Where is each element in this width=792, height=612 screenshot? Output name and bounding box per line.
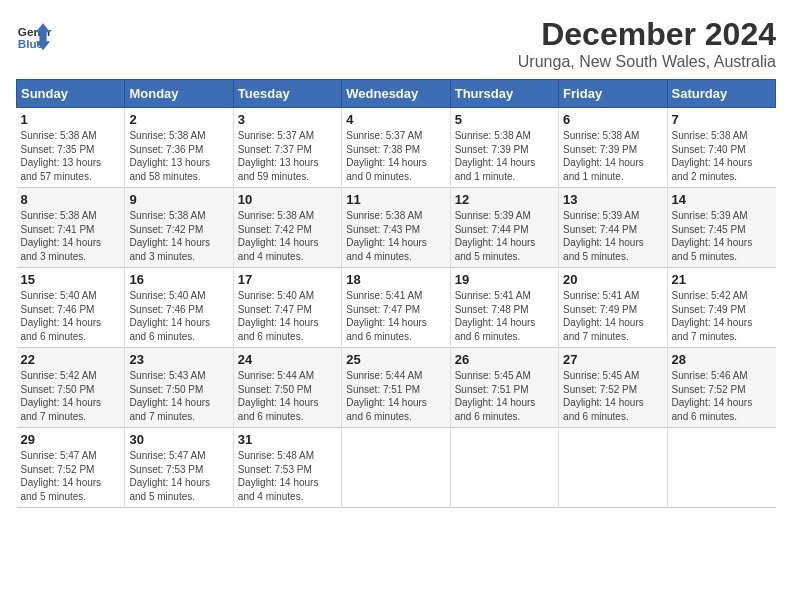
calendar-cell: 11Sunrise: 5:38 AM Sunset: 7:43 PM Dayli… <box>342 188 450 268</box>
calendar-cell: 12Sunrise: 5:39 AM Sunset: 7:44 PM Dayli… <box>450 188 558 268</box>
calendar-cell: 9Sunrise: 5:38 AM Sunset: 7:42 PM Daylig… <box>125 188 233 268</box>
calendar-cell: 16Sunrise: 5:40 AM Sunset: 7:46 PM Dayli… <box>125 268 233 348</box>
day-number: 19 <box>455 272 554 287</box>
calendar-cell: 13Sunrise: 5:39 AM Sunset: 7:44 PM Dayli… <box>559 188 667 268</box>
day-number: 1 <box>21 112 121 127</box>
day-number: 20 <box>563 272 662 287</box>
calendar-cell: 30Sunrise: 5:47 AM Sunset: 7:53 PM Dayli… <box>125 428 233 508</box>
calendar-cell: 3Sunrise: 5:37 AM Sunset: 7:37 PM Daylig… <box>233 108 341 188</box>
calendar-cell <box>342 428 450 508</box>
calendar-cell: 6Sunrise: 5:38 AM Sunset: 7:39 PM Daylig… <box>559 108 667 188</box>
calendar-cell: 2Sunrise: 5:38 AM Sunset: 7:36 PM Daylig… <box>125 108 233 188</box>
day-info: Sunrise: 5:42 AM Sunset: 7:49 PM Dayligh… <box>672 289 772 343</box>
week-row-5: 29Sunrise: 5:47 AM Sunset: 7:52 PM Dayli… <box>17 428 776 508</box>
calendar-cell: 8Sunrise: 5:38 AM Sunset: 7:41 PM Daylig… <box>17 188 125 268</box>
day-info: Sunrise: 5:41 AM Sunset: 7:48 PM Dayligh… <box>455 289 554 343</box>
day-info: Sunrise: 5:38 AM Sunset: 7:42 PM Dayligh… <box>129 209 228 263</box>
day-header-monday: Monday <box>125 80 233 108</box>
day-info: Sunrise: 5:44 AM Sunset: 7:50 PM Dayligh… <box>238 369 337 423</box>
day-number: 13 <box>563 192 662 207</box>
calendar-cell: 7Sunrise: 5:38 AM Sunset: 7:40 PM Daylig… <box>667 108 775 188</box>
day-number: 24 <box>238 352 337 367</box>
calendar-cell: 22Sunrise: 5:42 AM Sunset: 7:50 PM Dayli… <box>17 348 125 428</box>
day-info: Sunrise: 5:38 AM Sunset: 7:41 PM Dayligh… <box>21 209 121 263</box>
day-number: 31 <box>238 432 337 447</box>
day-info: Sunrise: 5:38 AM Sunset: 7:40 PM Dayligh… <box>672 129 772 183</box>
calendar-cell: 20Sunrise: 5:41 AM Sunset: 7:49 PM Dayli… <box>559 268 667 348</box>
day-info: Sunrise: 5:47 AM Sunset: 7:52 PM Dayligh… <box>21 449 121 503</box>
calendar-cell: 4Sunrise: 5:37 AM Sunset: 7:38 PM Daylig… <box>342 108 450 188</box>
day-info: Sunrise: 5:40 AM Sunset: 7:47 PM Dayligh… <box>238 289 337 343</box>
day-info: Sunrise: 5:39 AM Sunset: 7:44 PM Dayligh… <box>563 209 662 263</box>
day-info: Sunrise: 5:38 AM Sunset: 7:35 PM Dayligh… <box>21 129 121 183</box>
calendar-cell: 24Sunrise: 5:44 AM Sunset: 7:50 PM Dayli… <box>233 348 341 428</box>
calendar-cell: 31Sunrise: 5:48 AM Sunset: 7:53 PM Dayli… <box>233 428 341 508</box>
week-row-1: 1Sunrise: 5:38 AM Sunset: 7:35 PM Daylig… <box>17 108 776 188</box>
day-number: 26 <box>455 352 554 367</box>
week-row-4: 22Sunrise: 5:42 AM Sunset: 7:50 PM Dayli… <box>17 348 776 428</box>
day-number: 4 <box>346 112 445 127</box>
day-number: 9 <box>129 192 228 207</box>
day-number: 27 <box>563 352 662 367</box>
day-number: 6 <box>563 112 662 127</box>
day-info: Sunrise: 5:43 AM Sunset: 7:50 PM Dayligh… <box>129 369 228 423</box>
calendar-cell: 23Sunrise: 5:43 AM Sunset: 7:50 PM Dayli… <box>125 348 233 428</box>
day-info: Sunrise: 5:40 AM Sunset: 7:46 PM Dayligh… <box>129 289 228 343</box>
day-number: 10 <box>238 192 337 207</box>
location-title: Urunga, New South Wales, Australia <box>518 53 776 71</box>
calendar-cell: 26Sunrise: 5:45 AM Sunset: 7:51 PM Dayli… <box>450 348 558 428</box>
day-header-saturday: Saturday <box>667 80 775 108</box>
calendar-cell: 17Sunrise: 5:40 AM Sunset: 7:47 PM Dayli… <box>233 268 341 348</box>
day-info: Sunrise: 5:37 AM Sunset: 7:38 PM Dayligh… <box>346 129 445 183</box>
day-header-sunday: Sunday <box>17 80 125 108</box>
day-number: 14 <box>672 192 772 207</box>
calendar-cell: 21Sunrise: 5:42 AM Sunset: 7:49 PM Dayli… <box>667 268 775 348</box>
day-number: 23 <box>129 352 228 367</box>
day-number: 12 <box>455 192 554 207</box>
day-number: 18 <box>346 272 445 287</box>
day-number: 16 <box>129 272 228 287</box>
calendar-cell <box>667 428 775 508</box>
logo: General Blue <box>16 16 52 52</box>
day-number: 17 <box>238 272 337 287</box>
calendar-cell: 19Sunrise: 5:41 AM Sunset: 7:48 PM Dayli… <box>450 268 558 348</box>
day-info: Sunrise: 5:38 AM Sunset: 7:42 PM Dayligh… <box>238 209 337 263</box>
day-info: Sunrise: 5:39 AM Sunset: 7:45 PM Dayligh… <box>672 209 772 263</box>
month-title: December 2024 <box>518 16 776 53</box>
calendar-cell: 5Sunrise: 5:38 AM Sunset: 7:39 PM Daylig… <box>450 108 558 188</box>
logo-icon: General Blue <box>16 16 52 52</box>
calendar-cell <box>559 428 667 508</box>
calendar-cell <box>450 428 558 508</box>
day-number: 30 <box>129 432 228 447</box>
week-row-3: 15Sunrise: 5:40 AM Sunset: 7:46 PM Dayli… <box>17 268 776 348</box>
calendar-table: SundayMondayTuesdayWednesdayThursdayFrid… <box>16 79 776 508</box>
day-info: Sunrise: 5:47 AM Sunset: 7:53 PM Dayligh… <box>129 449 228 503</box>
day-number: 28 <box>672 352 772 367</box>
title-area: December 2024 Urunga, New South Wales, A… <box>518 16 776 71</box>
day-number: 22 <box>21 352 121 367</box>
day-number: 2 <box>129 112 228 127</box>
day-header-friday: Friday <box>559 80 667 108</box>
header: General Blue December 2024 Urunga, New S… <box>16 16 776 71</box>
calendar-cell: 15Sunrise: 5:40 AM Sunset: 7:46 PM Dayli… <box>17 268 125 348</box>
day-info: Sunrise: 5:41 AM Sunset: 7:49 PM Dayligh… <box>563 289 662 343</box>
day-info: Sunrise: 5:38 AM Sunset: 7:36 PM Dayligh… <box>129 129 228 183</box>
calendar-cell: 18Sunrise: 5:41 AM Sunset: 7:47 PM Dayli… <box>342 268 450 348</box>
day-header-tuesday: Tuesday <box>233 80 341 108</box>
week-row-2: 8Sunrise: 5:38 AM Sunset: 7:41 PM Daylig… <box>17 188 776 268</box>
day-info: Sunrise: 5:38 AM Sunset: 7:39 PM Dayligh… <box>563 129 662 183</box>
calendar-cell: 29Sunrise: 5:47 AM Sunset: 7:52 PM Dayli… <box>17 428 125 508</box>
day-info: Sunrise: 5:44 AM Sunset: 7:51 PM Dayligh… <box>346 369 445 423</box>
day-info: Sunrise: 5:40 AM Sunset: 7:46 PM Dayligh… <box>21 289 121 343</box>
day-info: Sunrise: 5:38 AM Sunset: 7:39 PM Dayligh… <box>455 129 554 183</box>
calendar-cell: 10Sunrise: 5:38 AM Sunset: 7:42 PM Dayli… <box>233 188 341 268</box>
day-info: Sunrise: 5:41 AM Sunset: 7:47 PM Dayligh… <box>346 289 445 343</box>
day-header-wednesday: Wednesday <box>342 80 450 108</box>
day-info: Sunrise: 5:48 AM Sunset: 7:53 PM Dayligh… <box>238 449 337 503</box>
day-number: 25 <box>346 352 445 367</box>
day-number: 5 <box>455 112 554 127</box>
day-header-thursday: Thursday <box>450 80 558 108</box>
day-number: 7 <box>672 112 772 127</box>
calendar-cell: 1Sunrise: 5:38 AM Sunset: 7:35 PM Daylig… <box>17 108 125 188</box>
day-number: 3 <box>238 112 337 127</box>
